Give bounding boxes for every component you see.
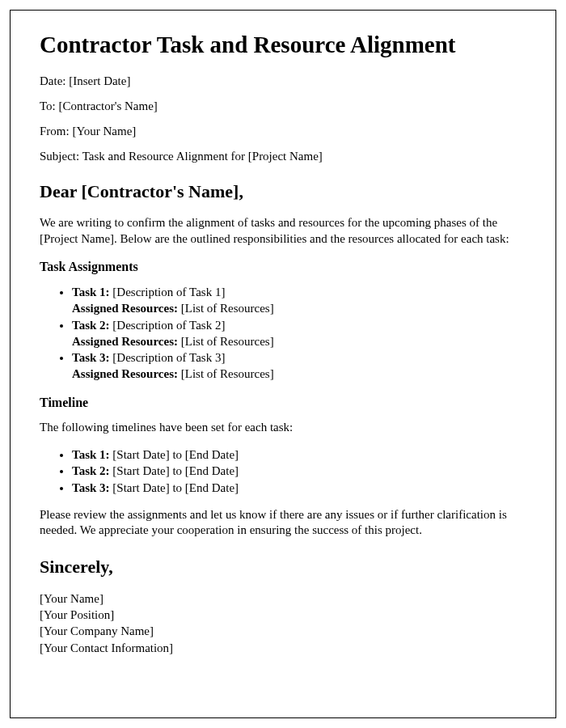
salutation: Dear [Contractor's Name],	[40, 181, 526, 202]
timeline-label: Task 2:	[72, 464, 112, 477]
signature-position: [Your Position]	[40, 607, 526, 623]
timeline-range: [Start Date] to [End Date]	[112, 464, 239, 477]
timeline-label: Task 1:	[72, 448, 112, 461]
timeline-label: Task 3:	[72, 481, 112, 494]
timeline-item: Task 2: [Start Date] to [End Date]	[72, 463, 526, 479]
task-label: Task 2:	[72, 319, 112, 332]
document-page: Contractor Task and Resource Alignment D…	[10, 10, 556, 718]
from-value: [Your Name]	[72, 125, 136, 138]
assigned-label: Assigned Resources:	[72, 335, 181, 348]
meta-date: Date: [Insert Date]	[40, 74, 526, 88]
task-assignments-heading: Task Assignments	[40, 260, 526, 274]
closing-paragraph: Please review the assignments and let us…	[40, 507, 526, 539]
timeline-item: Task 3: [Start Date] to [End Date]	[72, 480, 526, 496]
signature-company: [Your Company Name]	[40, 623, 526, 639]
meta-to: To: [Contractor's Name]	[40, 99, 526, 113]
signature-name: [Your Name]	[40, 590, 526, 607]
from-label: From:	[40, 125, 72, 138]
date-label: Date:	[40, 74, 69, 87]
assigned-value: [List of Resources]	[181, 335, 274, 348]
task-desc: [Description of Task 1]	[112, 286, 225, 298]
assigned-label: Assigned Resources:	[72, 367, 181, 380]
assigned-label: Assigned Resources:	[72, 302, 181, 315]
timeline-intro: The following timelines have been set fo…	[40, 420, 526, 436]
timeline-range: [Start Date] to [End Date]	[112, 448, 239, 461]
task-item: Task 3: [Description of Task 3] Assigned…	[72, 349, 526, 383]
timeline-list: Task 1: [Start Date] to [End Date] Task …	[72, 447, 526, 496]
task-label: Task 3:	[72, 351, 112, 364]
date-value: [Insert Date]	[69, 74, 130, 87]
subject-label: Subject:	[40, 150, 82, 163]
meta-subject: Subject: Task and Resource Alignment for…	[40, 150, 526, 163]
meta-from: From: [Your Name]	[40, 125, 526, 138]
to-label: To:	[40, 99, 59, 112]
timeline-range: [Start Date] to [End Date]	[112, 481, 239, 494]
task-list: Task 1: [Description of Task 1] Assigned…	[72, 284, 526, 383]
document-title: Contractor Task and Resource Alignment	[40, 32, 526, 58]
task-item: Task 1: [Description of Task 1] Assigned…	[72, 284, 526, 317]
intro-paragraph: We are writing to confirm the alignment …	[40, 215, 526, 247]
to-value: [Contractor's Name]	[59, 99, 158, 112]
subject-value: Task and Resource Alignment for [Project…	[82, 150, 323, 163]
task-item: Task 2: [Description of Task 2] Assigned…	[72, 317, 526, 350]
assigned-value: [List of Resources]	[181, 302, 274, 315]
timeline-heading: Timeline	[40, 396, 526, 410]
task-desc: [Description of Task 3]	[112, 351, 225, 364]
task-label: Task 1:	[72, 286, 112, 298]
task-desc: [Description of Task 2]	[112, 319, 225, 332]
signature-contact: [Your Contact Information]	[40, 640, 526, 656]
signoff: Sincerely,	[40, 557, 526, 578]
assigned-value: [List of Resources]	[181, 367, 274, 380]
timeline-item: Task 1: [Start Date] to [End Date]	[72, 447, 526, 463]
